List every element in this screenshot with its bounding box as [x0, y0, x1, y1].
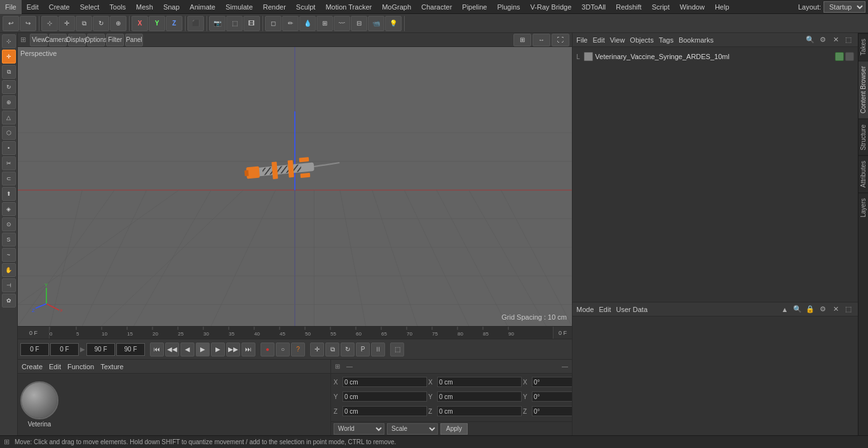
- attr-edit-menu[interactable]: Edit: [599, 306, 611, 313]
- obj-visibility-toggle[interactable]: [835, 52, 844, 61]
- rot-y-input[interactable]: [437, 391, 522, 402]
- transform-tool-btn[interactable]: ⊕: [110, 16, 126, 31]
- tool-edge[interactable]: ⬡: [2, 126, 16, 140]
- obj-lock-toggle[interactable]: [845, 52, 854, 61]
- layout-dropdown[interactable]: Startup: [824, 1, 865, 13]
- cube-btn[interactable]: ◻: [265, 16, 281, 31]
- record-btn[interactable]: ●: [261, 343, 275, 356]
- menu-animate[interactable]: Animate: [185, 0, 220, 14]
- tab-takes[interactable]: Takes: [858, 33, 868, 60]
- attr-arrow-icon[interactable]: ▲: [779, 304, 790, 315]
- rot-z-input[interactable]: [437, 406, 522, 416]
- rot-x-input[interactable]: [437, 377, 522, 387]
- eyedropper-btn[interactable]: 💧: [299, 16, 316, 31]
- tab-structure[interactable]: Structure: [858, 119, 868, 156]
- keyframe-btn[interactable]: ?: [291, 343, 305, 356]
- viewport[interactable]: Perspective: [18, 47, 572, 326]
- render-btn[interactable]: 📷: [209, 16, 226, 31]
- rotate-tool-btn[interactable]: ↻: [93, 16, 109, 31]
- tool-extrude[interactable]: ⬆: [2, 187, 16, 201]
- tool-knife[interactable]: ✂: [2, 156, 16, 170]
- tab-layers[interactable]: Layers: [858, 193, 868, 222]
- scale-dropdown[interactable]: Scale Size: [387, 423, 438, 435]
- material-item[interactable]: Veterina: [20, 381, 58, 428]
- tool-bevel[interactable]: ◈: [2, 202, 16, 216]
- redo-btn[interactable]: ↪: [20, 16, 36, 31]
- tool-grab[interactable]: ✋: [2, 263, 16, 277]
- end-frame-input[interactable]: [86, 343, 115, 356]
- grid-btn[interactable]: ⊟: [351, 16, 367, 31]
- menu-help[interactable]: Help: [710, 0, 735, 14]
- obj-view-menu[interactable]: View: [610, 36, 625, 44]
- menu-redshift[interactable]: Redshift: [611, 0, 646, 14]
- tool-move[interactable]: ✛: [2, 50, 16, 64]
- array-btn[interactable]: ⊞: [316, 16, 333, 31]
- menu-script[interactable]: Script: [647, 0, 675, 14]
- attr-user-data-menu[interactable]: User Data: [616, 306, 648, 313]
- y-axis-btn[interactable]: Y: [149, 16, 165, 31]
- attr-search-icon[interactable]: 🔍: [792, 304, 803, 315]
- vp-icon1[interactable]: ⊞: [513, 34, 531, 46]
- start-frame-input[interactable]: [20, 343, 49, 356]
- z-axis-btn[interactable]: Z: [166, 16, 182, 31]
- pos-y-input[interactable]: [342, 391, 427, 402]
- tab-content-browser[interactable]: Content Browser: [858, 60, 868, 118]
- attr-mode-menu[interactable]: Mode: [576, 306, 594, 313]
- menu-plugins[interactable]: Plugins: [492, 0, 525, 14]
- menu-pipeline[interactable]: Pipeline: [457, 0, 492, 14]
- apply-button[interactable]: Apply: [440, 423, 468, 435]
- obj-tags-menu[interactable]: Tags: [659, 36, 674, 44]
- vp-filter-menu[interactable]: Filter: [106, 34, 124, 46]
- next-key-btn[interactable]: ▶▶: [226, 343, 240, 356]
- obj-search-icon[interactable]: 🔍: [804, 34, 816, 46]
- rotate-key-btn[interactable]: ↻: [341, 343, 355, 356]
- menu-character[interactable]: Character: [416, 0, 457, 14]
- attr-close-icon[interactable]: ✕: [830, 304, 841, 315]
- scale-tool-btn[interactable]: ⧉: [76, 16, 92, 31]
- tool-poly[interactable]: △: [2, 111, 16, 125]
- step-input[interactable]: [116, 343, 145, 356]
- prev-frame-btn[interactable]: ◀: [180, 343, 194, 356]
- tool-smooth[interactable]: ~: [2, 248, 16, 262]
- tool-spline[interactable]: ✿: [2, 294, 16, 308]
- obj-row-syringe[interactable]: L Veterinary_Vaccine_Syringe_ARDES_10ml: [575, 50, 855, 64]
- pos-z-input[interactable]: [342, 406, 427, 416]
- mat-texture-menu[interactable]: Texture: [100, 363, 123, 370]
- tool-snap[interactable]: ⊣: [2, 278, 16, 292]
- menu-sculpt[interactable]: Sculpt: [291, 0, 321, 14]
- menu-create[interactable]: Create: [44, 0, 75, 14]
- attr-settings-icon[interactable]: ⚙: [817, 304, 829, 315]
- tool-sculpt[interactable]: S: [2, 233, 16, 247]
- obj-edit-menu[interactable]: Edit: [593, 36, 605, 44]
- select-tool-btn[interactable]: ⊹: [41, 16, 58, 31]
- x-axis-btn[interactable]: X: [132, 16, 148, 31]
- vp-icon3[interactable]: ⛶: [552, 34, 569, 46]
- menu-tools[interactable]: Tools: [104, 0, 131, 14]
- anim-timeline-btn[interactable]: ⬚: [390, 343, 404, 356]
- world-dropdown[interactable]: World Object Camera: [334, 423, 384, 435]
- vp-display-menu[interactable]: Display: [68, 34, 86, 46]
- pos-x-input[interactable]: [342, 377, 427, 387]
- mat-create-menu[interactable]: Create: [22, 363, 43, 370]
- vp-options-menu[interactable]: Options: [87, 34, 105, 46]
- tool-magnet[interactable]: ⊙: [2, 217, 16, 231]
- mat-edit-menu[interactable]: Edit: [49, 363, 61, 370]
- spline-btn[interactable]: 〰: [334, 16, 350, 31]
- obj-file-menu[interactable]: File: [576, 36, 588, 44]
- play-btn[interactable]: ▶: [196, 343, 210, 356]
- vp-cameras-menu[interactable]: Cameras: [49, 34, 67, 46]
- prev-frame-input[interactable]: [50, 343, 79, 356]
- timeline[interactable]: 0 F 0 5 10 15 20 25 30 35: [18, 326, 572, 339]
- menu-select[interactable]: Select: [75, 0, 105, 14]
- obj-settings-icon[interactable]: ⚙: [817, 34, 829, 46]
- scale-key-btn[interactable]: ⧉: [325, 343, 339, 356]
- move-key-btn[interactable]: ✛: [310, 343, 324, 356]
- attr-lock-icon[interactable]: 🔒: [804, 304, 816, 315]
- obj-objects-menu[interactable]: Objects: [630, 36, 653, 44]
- attr-expand-icon[interactable]: ⬚: [843, 304, 854, 315]
- vp-panel-menu[interactable]: Panel: [125, 34, 143, 46]
- render-to-pic-btn[interactable]: 🎞: [243, 16, 260, 31]
- render-region-btn[interactable]: ⬚: [226, 16, 243, 31]
- menu-render[interactable]: Render: [258, 0, 291, 14]
- goto-start-btn[interactable]: ⏮: [150, 343, 164, 356]
